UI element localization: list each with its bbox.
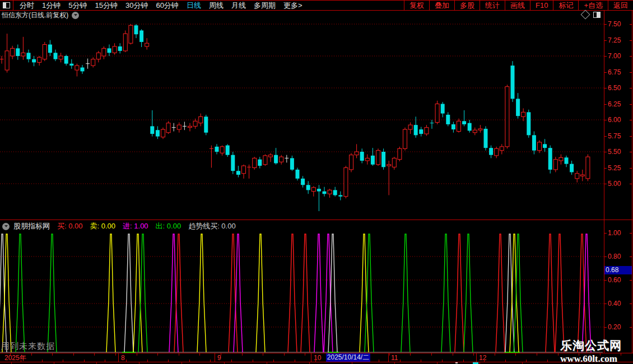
up-candle [199,116,203,123]
timeline-tick [189,360,190,362]
chevron-down-icon[interactable] [2,223,10,230]
down-candle [150,126,154,134]
down-candle [548,148,552,170]
signal-spike [197,234,206,352]
indicator-name[interactable]: 股朋指标网 [13,221,50,231]
timeline-tick [199,353,200,356]
candlestick-plot[interactable] [0,20,604,220]
up-candle [435,104,439,123]
down-candle [134,25,138,34]
timeline-tick [431,353,432,356]
up-candle [355,152,359,155]
up-candle [311,188,315,192]
menu-item-返回[interactable]: 返回 [608,1,633,10]
menu-item-5分钟[interactable]: 5分钟 [64,1,91,11]
diamond-icon[interactable] [581,10,590,20]
down-candle [69,64,73,66]
up-candle [365,158,369,161]
price-axis-label: 5.75 [608,132,621,140]
timeline-tick [31,353,32,356]
month-divider [118,353,119,362]
menu-item-1分钟[interactable]: 1分钟 [38,1,64,11]
menu-item-60分钟[interactable]: 60分钟 [152,1,182,11]
timeline-tick [126,360,127,362]
down-candle [215,147,219,152]
menu-item-30分钟[interactable]: 30分钟 [122,1,152,11]
signal-spike [496,234,505,352]
indicator-plot[interactable] [0,220,604,353]
down-candle [290,158,294,170]
down-candle [258,160,262,166]
timeline-tick [115,353,116,356]
up-candle [538,142,542,151]
menu-item-叠加[interactable]: 叠加 [429,1,454,10]
up-candle [59,56,63,59]
up-candle [344,168,348,197]
menu-item-多周期[interactable]: 多周期 [250,1,280,11]
signal-spike [106,234,115,352]
indicator-axis-label: 0.80 [608,253,621,260]
up-candle [166,123,170,133]
down-candle [414,125,418,135]
indicator-axis-label: 0.60 [608,276,621,284]
stock-title: 恒信东方(日线.前复权) [0,11,68,20]
price-axis-label: 7.50 [608,20,621,28]
down-candle [570,164,574,172]
timeline-tick [221,353,221,356]
timeline-tick [137,353,137,356]
timeline-tick [63,360,63,362]
timeline-tick [400,360,401,362]
up-candle [387,165,391,166]
timeline-tick [73,353,74,356]
timeline-tick [526,360,527,362]
menu-item-画线[interactable]: 画线 [505,1,530,10]
down-candle [462,121,466,124]
up-candle [425,128,429,134]
period-menu-bar: 分时1分钟5分钟15分钟30分钟60分钟日线周线月线多周期更多> 复权叠加多股统… [0,0,633,11]
selected-date-highlight: 2025/10/14/二 [326,353,370,362]
timeline-month-label: 12 [479,354,486,362]
up-candle [522,112,525,116]
up-candle [392,158,396,167]
menu-item-周线[interactable]: 周线 [205,1,227,11]
up-candle [113,46,117,53]
indicator-axis-label: 0.40 [608,300,621,307]
menu-item-统计[interactable]: 统计 [480,1,505,10]
axis-divider-line [604,11,604,362]
indicator-field-出: 出: 0.00 [156,221,181,231]
down-candle [532,135,536,150]
down-candle [333,190,337,195]
menu-item-多股[interactable]: 多股 [454,1,480,10]
window-split-button[interactable] [0,1,13,10]
status-cursor-fragment [455,362,458,363]
down-candle [323,192,327,194]
menu-item-标记[interactable]: 标记 [553,1,578,10]
chevron-down-icon[interactable] [72,12,79,19]
menu-item-15分钟[interactable]: 15分钟 [91,1,121,11]
down-candle [511,66,515,99]
up-candle [193,121,197,126]
watermark: 乐淘公式网 www.60lt.com [560,338,622,364]
month-divider [215,353,215,362]
menu-item-更多>[interactable]: 更多> [280,1,306,11]
timeline-year-label: 2025年 [4,354,26,362]
timeline-tick [105,360,105,362]
down-candle [236,171,240,175]
menu-item-F10[interactable]: F10 [530,1,553,10]
down-candle [204,116,208,133]
timeline-axis[interactable]: 2025年 2025/10/14/二 89101112 [0,353,633,362]
watermark-site-name: 乐淘公式网 [560,338,622,353]
timeline-tick [284,353,285,356]
menu-item-复权[interactable]: 复权 [404,1,429,10]
price-axis-label: 5.00 [608,180,621,188]
menu-item-+自选[interactable]: +自选 [578,1,608,10]
down-candle [54,53,58,59]
panel-layout-icon[interactable] [593,12,601,18]
menu-item-分时[interactable]: 分时 [16,1,38,11]
signal-spike [455,234,464,352]
down-candle [231,155,235,171]
menu-item-月线[interactable]: 月线 [227,1,250,11]
up-candle [403,129,407,148]
down-candle [381,152,385,167]
menu-item-日线[interactable]: 日线 [183,1,205,11]
